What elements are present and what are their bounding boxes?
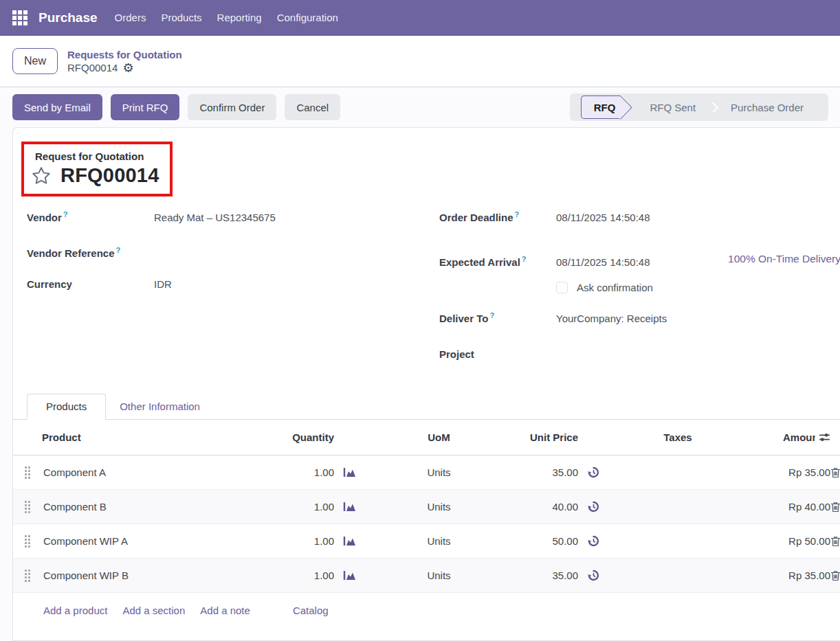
gear-icon[interactable]: ⚙ <box>122 62 133 74</box>
cell-uom[interactable]: Units <box>365 570 513 581</box>
history-icon[interactable] <box>578 535 609 547</box>
history-icon[interactable] <box>578 501 609 513</box>
cell-product[interactable]: Component B <box>42 501 267 513</box>
trash-icon[interactable] <box>830 536 840 547</box>
cell-unit-price[interactable]: 50.00 <box>513 535 578 547</box>
apps-menu-button[interactable] <box>8 6 32 30</box>
area-chart-icon[interactable] <box>334 536 365 547</box>
menu-orders[interactable]: Orders <box>107 8 154 27</box>
breadcrumb-parent-link[interactable]: Requests for Quotation <box>67 48 182 61</box>
project-value[interactable] <box>556 345 840 358</box>
history-icon[interactable] <box>578 466 609 478</box>
header-unit-price: Unit Price <box>513 431 578 443</box>
cell-unit-price[interactable]: 35.00 <box>513 570 578 581</box>
vendor-reference-value[interactable] <box>154 244 427 257</box>
cancel-button[interactable]: Cancel <box>285 94 340 120</box>
confirm-order-button[interactable]: Confirm Order <box>188 94 276 120</box>
status-step-purchase-order[interactable]: Purchase Order <box>718 95 816 119</box>
area-chart-icon[interactable] <box>334 502 365 513</box>
ask-confirmation-label[interactable]: Ask confirmation <box>577 282 653 293</box>
star-icon[interactable] <box>31 166 52 186</box>
add-section-link[interactable]: Add a section <box>122 605 185 616</box>
menu-products[interactable]: Products <box>153 8 209 27</box>
cell-product[interactable]: Component WIP B <box>42 570 267 581</box>
add-product-link[interactable]: Add a product <box>43 605 107 616</box>
status-step-label: Purchase Order <box>731 102 804 113</box>
cell-unit-price[interactable]: 35.00 <box>513 466 578 478</box>
cell-amount: Rp 35.00 <box>747 570 830 581</box>
help-marker: ? <box>515 210 520 218</box>
drag-handle-icon[interactable] <box>13 570 42 582</box>
trash-icon[interactable] <box>830 570 840 581</box>
app-name[interactable]: Purchase <box>38 10 98 25</box>
currency-value[interactable]: IDR <box>154 278 427 291</box>
cell-uom[interactable]: Units <box>365 466 513 478</box>
field-order-deadline: Order Deadline? 08/11/2025 14:50:48 <box>439 210 840 225</box>
history-icon[interactable] <box>578 570 609 581</box>
cell-quantity[interactable]: 1.00 <box>267 501 334 513</box>
field-project: Project <box>439 345 840 360</box>
cell-quantity[interactable]: 1.00 <box>267 466 334 478</box>
cell-uom[interactable]: Units <box>365 501 513 513</box>
field-currency: Currency IDR <box>27 278 427 291</box>
table-row: Component WIP A 1.00 Units 50.00 Rp 50.0… <box>13 524 840 559</box>
document-subtitle: Request for Quotation <box>35 150 159 162</box>
tab-products[interactable]: Products <box>27 394 106 420</box>
notebook-tabs: Products Other Information <box>13 394 840 420</box>
deliver-to-value[interactable]: YourCompany: Receipts <box>556 313 840 326</box>
drag-handle-icon[interactable] <box>13 466 42 479</box>
cell-product[interactable]: Component WIP A <box>42 535 267 547</box>
order-lines-table: Product Quantity UoM Unit Price Taxes Am… <box>13 420 840 616</box>
help-marker: ? <box>489 311 494 319</box>
drag-handle-icon[interactable] <box>13 535 42 548</box>
status-step-label: RFQ Sent <box>650 102 696 113</box>
project-label: Project <box>439 348 556 360</box>
cell-quantity[interactable]: 1.00 <box>267 535 334 547</box>
breadcrumb-current: RFQ00014 <box>67 61 118 74</box>
cell-product[interactable]: Component A <box>42 466 267 478</box>
header-amount: Amount <box>747 431 830 443</box>
catalog-link[interactable]: Catalog <box>293 605 329 616</box>
menu-configuration[interactable]: Configuration <box>269 8 346 27</box>
breadcrumb: Requests for Quotation RFQ00014 ⚙ <box>67 48 182 74</box>
add-note-link[interactable]: Add a note <box>200 605 250 616</box>
trash-icon[interactable] <box>830 467 840 478</box>
status-step-rfq-sent[interactable]: RFQ Sent <box>637 95 708 119</box>
new-button[interactable]: New <box>12 48 58 74</box>
menu-reporting[interactable]: Reporting <box>210 8 269 27</box>
on-time-delivery-stat: 100% On-Time Delivery <box>716 250 840 268</box>
cell-quantity[interactable]: 1.00 <box>267 570 334 581</box>
area-chart-icon[interactable] <box>334 570 365 581</box>
status-step-label: RFQ <box>594 102 616 113</box>
field-vendor: Vendor? Ready Mat – US12345675 <box>27 210 427 225</box>
field-vendor-reference: Vendor Reference? <box>27 244 427 259</box>
send-by-email-button[interactable]: Send by Email <box>12 94 102 120</box>
vendor-reference-label: Vendor Reference? <box>27 246 154 259</box>
table-row: Component A 1.00 Units 35.00 Rp 35.00 <box>13 456 840 490</box>
expected-arrival-label: Expected Arrival? <box>439 255 556 268</box>
sliders-icon[interactable] <box>819 432 830 442</box>
cell-uom[interactable]: Units <box>365 535 513 547</box>
order-deadline-value[interactable]: 08/11/2025 14:50:48 <box>556 212 840 225</box>
field-deliver-to: Deliver To? YourCompany: Receipts <box>439 311 840 326</box>
trash-icon[interactable] <box>830 502 840 513</box>
table-footer-links: Add a product Add a section Add a note C… <box>13 593 840 616</box>
vendor-value[interactable]: Ready Mat – US12345675 <box>154 212 427 225</box>
tab-other-information[interactable]: Other Information <box>106 394 214 419</box>
cell-amount: Rp 35.00 <box>747 466 830 478</box>
cell-unit-price[interactable]: 40.00 <box>513 501 578 513</box>
print-rfq-button[interactable]: Print RFQ <box>111 94 180 120</box>
drag-handle-icon[interactable] <box>13 501 42 513</box>
deliver-to-label: Deliver To? <box>439 311 556 324</box>
ask-confirmation-checkbox[interactable] <box>556 282 568 293</box>
order-deadline-label: Order Deadline? <box>439 210 556 223</box>
help-marker: ? <box>522 255 527 263</box>
status-step-rfq[interactable]: RFQ <box>581 95 621 119</box>
highlighted-title-box: Request for Quotation RFQ00014 <box>21 142 173 196</box>
table-row: Component B 1.00 Units 40.00 Rp 40.00 <box>13 490 840 524</box>
table-header-row: Product Quantity UoM Unit Price Taxes Am… <box>13 420 840 456</box>
area-chart-icon[interactable] <box>334 467 365 478</box>
header-quantity: Quantity <box>267 431 334 443</box>
cell-amount: Rp 50.00 <box>747 535 830 547</box>
header-uom: UoM <box>365 431 513 443</box>
